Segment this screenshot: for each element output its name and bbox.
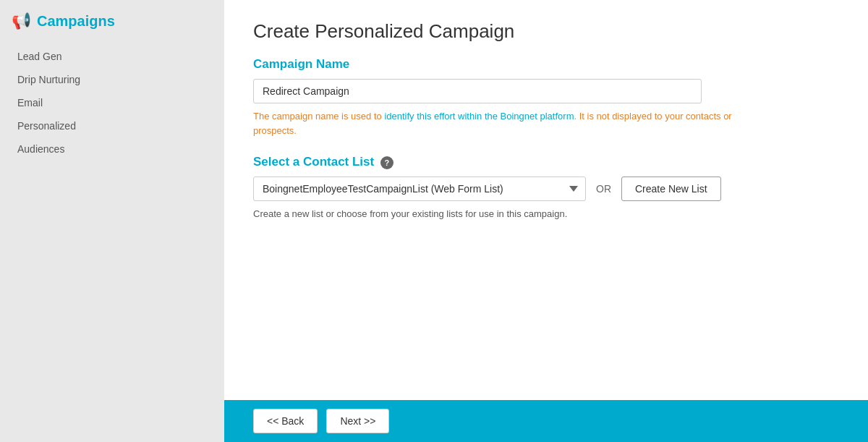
campaigns-icon: 📢: [12, 12, 31, 30]
footer-bar: << Back Next >>: [224, 400, 868, 442]
list-hint-text: Create a new list or choose from your ex…: [253, 208, 839, 219]
help-icon[interactable]: ?: [380, 156, 393, 169]
campaign-name-section: Campaign Name The campaign name is used …: [253, 57, 839, 137]
contact-list-select[interactable]: BoingnetEmployeeTestCampaignList (Web Fo…: [253, 177, 586, 201]
sidebar-nav: Lead Gen Drip Nurturing Email Personaliz…: [0, 45, 224, 161]
sidebar-item-email[interactable]: Email: [12, 91, 224, 114]
next-button[interactable]: Next >>: [326, 409, 389, 433]
contact-list-section: Select a Contact List ? BoingnetEmployee…: [253, 155, 839, 219]
back-button[interactable]: << Back: [253, 409, 318, 433]
campaign-name-hint: The campaign name is used to identify th…: [253, 109, 760, 137]
sidebar: 📢 Campaigns Lead Gen Drip Nurturing Emai…: [0, 0, 224, 442]
sidebar-item-personalized[interactable]: Personalized: [12, 114, 224, 137]
or-text: OR: [596, 183, 611, 195]
campaign-name-input[interactable]: [253, 79, 702, 103]
page-title: Create Personalized Campaign: [253, 20, 839, 43]
contact-list-heading: Select a Contact List ?: [253, 155, 839, 169]
sidebar-header: 📢 Campaigns: [0, 0, 224, 45]
sidebar-item-drip-nurturing[interactable]: Drip Nurturing: [12, 68, 224, 91]
content-area: Create Personalized Campaign Campaign Na…: [224, 0, 868, 400]
create-new-list-button[interactable]: Create New List: [621, 177, 721, 201]
hint-link: identify this effort within the Boingnet…: [384, 111, 574, 122]
sidebar-item-lead-gen[interactable]: Lead Gen: [12, 45, 224, 68]
sidebar-title: Campaigns: [37, 13, 115, 30]
campaign-name-heading: Campaign Name: [253, 57, 839, 72]
sidebar-item-audiences[interactable]: Audiences: [12, 137, 224, 161]
main-content: Create Personalized Campaign Campaign Na…: [224, 0, 868, 442]
contact-list-row: BoingnetEmployeeTestCampaignList (Web Fo…: [253, 177, 839, 201]
